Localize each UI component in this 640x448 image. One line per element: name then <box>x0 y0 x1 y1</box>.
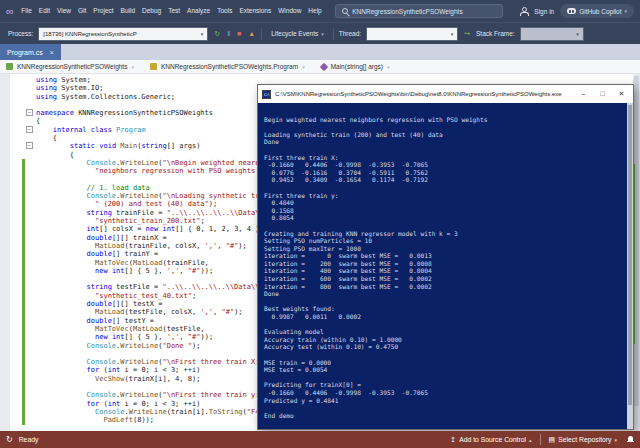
minimize-icon[interactable]: – <box>576 85 591 103</box>
code-line: { <box>36 134 285 142</box>
document-tab-strip: Program.cs × <box>0 44 640 60</box>
code-line: for (int i = 0; i < 3; ++i) <box>36 366 285 374</box>
break-all-icon[interactable]: ‖ <box>226 23 231 45</box>
menu-item-extensions[interactable]: Extensions <box>236 0 275 22</box>
menu-item-view[interactable]: View <box>54 0 75 22</box>
step-icon[interactable]: ↪ <box>463 23 471 45</box>
process-dropdown[interactable]: [18736] KNNRegressionSyntheticP ▾ <box>38 27 208 41</box>
member-name: Main(string[] args) <box>331 63 383 70</box>
code-line: { <box>36 117 285 125</box>
source-control-label: Add to Source Control <box>459 436 526 443</box>
console-scrollbar-thumb[interactable] <box>628 105 632 405</box>
refresh-process-icon[interactable]: ↻ <box>213 23 221 45</box>
statusbar-right-group: ↥ Add to Source Control ▴ ▤ Select Repos… <box>450 434 634 445</box>
chevron-down-icon: ▾ <box>614 437 617 443</box>
notifications-bell-icon[interactable] <box>627 436 634 444</box>
title-bar: ∞ FileEditViewGitProjectBuildDebugTestAn… <box>0 0 640 22</box>
code-line <box>36 350 285 358</box>
add-to-source-control-button[interactable]: ↥ Add to Source Control ▴ <box>450 436 531 444</box>
menu-item-tools[interactable]: Tools <box>214 0 236 22</box>
tab-program-cs[interactable]: Program.cs × <box>0 44 61 60</box>
console-line: Setting PSO maxIter = 1000 <box>264 245 627 253</box>
repository-label: Select Repository <box>558 436 611 443</box>
console-line: Setting PSO numParticles = 10 <box>264 237 627 245</box>
console-line <box>264 404 627 412</box>
status-bar: ↻ Ready ↥ Add to Source Control ▴ ▤ Sele… <box>0 431 640 448</box>
code-line <box>36 176 285 184</box>
console-line: MSE test = 0.0054 <box>264 366 627 374</box>
code-line: MatLoad(testFile, colsX, ',', "#"); <box>36 308 285 316</box>
publish-icon: ↥ <box>450 436 456 444</box>
stack-frame-dropdown[interactable]: ▾ <box>520 27 584 41</box>
console-window[interactable]: C:\ C:\VSM\KNNRegressionSyntheticPSOWeig… <box>257 84 634 430</box>
console-line: Begin weighted nearest neighbors regress… <box>264 116 627 124</box>
collapse-toggle-icon[interactable]: − <box>26 142 33 149</box>
menu-item-help[interactable]: Help <box>305 0 325 22</box>
editor-scrollbar[interactable] <box>633 74 640 431</box>
console-line: iteration = 200 swarm best MSE = 0.0008 <box>264 260 627 268</box>
code-line: Console.WriteLine("\nFirst three train y… <box>36 391 285 399</box>
chevron-down-icon: ▾ <box>624 8 627 14</box>
console-line <box>264 222 627 230</box>
sign-in-link[interactable]: Sign in <box>534 8 554 15</box>
console-line: First three train y: <box>264 192 627 200</box>
console-line <box>264 321 627 329</box>
change-tracking-bar <box>22 159 25 425</box>
code-line: int[] colsX = new int[] { 0, 1, 2, 3, 4 … <box>36 225 285 233</box>
menu-item-project[interactable]: Project <box>90 0 117 22</box>
maximize-icon[interactable]: □ <box>595 85 610 103</box>
status-message: Ready <box>19 436 39 443</box>
code-line: Console.WriteLine("Done "); <box>36 342 285 350</box>
code-line: new int[] { 5 }, ',', "#")); <box>36 267 285 275</box>
code-line: MatLoad(trainFile, colsX, ',', "#"); <box>36 242 285 250</box>
method-icon <box>319 62 327 70</box>
lifecycle-events-button[interactable]: Lifecycle Events ▾ <box>267 26 327 42</box>
console-line: iteration = 400 swarm best MSE = 0.0004 <box>264 267 627 275</box>
member-dropdown[interactable]: Main(string[] args) ▾ <box>321 63 390 70</box>
type-dropdown[interactable]: KNNRegressionSyntheticPSOWeights.Program… <box>150 63 305 70</box>
menu-item-test[interactable]: Test <box>165 0 184 22</box>
background-tasks-icon[interactable]: ↻ <box>6 435 13 444</box>
menu-item-edit[interactable]: Edit <box>35 0 53 22</box>
code-line <box>36 101 285 109</box>
console-line: Done <box>264 290 627 298</box>
menu-item-file[interactable]: File <box>18 0 35 22</box>
console-title-bar[interactable]: C:\ C:\VSM\KNNRegressionSyntheticPSOWeig… <box>258 85 633 103</box>
copilot-label: GitHub Copilot <box>579 8 621 15</box>
code-line: new int[] { 5 }, ',', "#")); <box>36 333 285 341</box>
user-account-icon[interactable] <box>520 7 528 16</box>
code-line: using System; <box>36 76 285 84</box>
thread-label: Thread: <box>339 30 361 37</box>
code-line: Console.WriteLine("\nFirst three train X… <box>36 358 285 366</box>
close-icon[interactable]: × <box>50 49 54 56</box>
menu-item-debug[interactable]: Debug <box>139 0 165 22</box>
console-line: iteration = 800 swarm best MSE = 0.0002 <box>264 283 627 291</box>
console-line: 0.9452 0.3409 -0.1654 0.1174 -0.7192 <box>264 176 627 184</box>
code-line: // 1. load data <box>36 184 285 192</box>
copilot-button[interactable]: GitHub Copilot ▾ <box>560 4 634 18</box>
close-icon[interactable]: ✕ <box>614 85 629 103</box>
code-line: " (200) and test (40) data"); <box>36 200 285 208</box>
code-line: { <box>36 151 285 159</box>
stop-debugging-icon[interactable]: ■ <box>236 23 242 45</box>
collapse-toggle-icon[interactable]: − <box>26 109 33 116</box>
menu-item-analyze[interactable]: Analyze <box>184 0 214 22</box>
search-box[interactable]: KNNRegressionSyntheticPSOWeights <box>335 4 503 18</box>
chevron-down-icon: ▾ <box>448 31 454 37</box>
chevron-down-icon: ▾ <box>131 64 134 70</box>
breakpoint-margin[interactable] <box>0 74 10 431</box>
thread-dropdown[interactable]: ▾ <box>366 27 458 41</box>
visual-studio-logo-icon[interactable]: ∞ <box>6 0 14 22</box>
hot-reload-icon[interactable]: ▲ <box>247 23 256 45</box>
console-title: C:\VSM\KNNRegressionSyntheticPSOWeights\… <box>275 91 572 97</box>
menu-bar: FileEditViewGitProjectBuildDebugTestAnal… <box>18 0 325 22</box>
code-line: "synthetic_test_40.txt"; <box>36 292 285 300</box>
menu-item-git[interactable]: Git <box>75 0 90 22</box>
project-dropdown[interactable]: KNNRegressionSyntheticPSOWeights ▾ <box>6 63 134 70</box>
menu-item-build[interactable]: Build <box>117 0 138 22</box>
collapse-toggle-icon[interactable]: − <box>26 126 33 133</box>
select-repository-button[interactable]: ▤ Select Repository ▾ <box>549 436 617 444</box>
console-scrollbar[interactable] <box>627 103 633 429</box>
console-line <box>264 351 627 359</box>
menu-item-window[interactable]: Window <box>275 0 305 22</box>
